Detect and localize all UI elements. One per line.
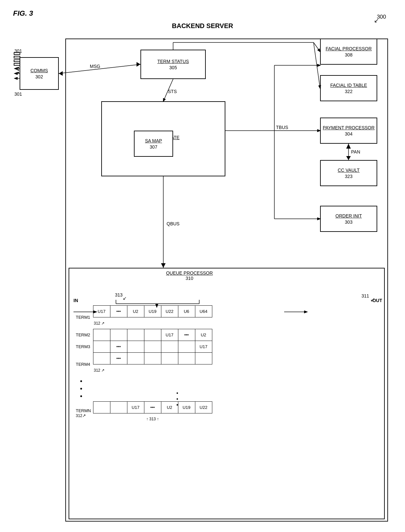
t1c6: U6 <box>178 306 195 317</box>
payment-processor-box: PAYMENT PROCESSOR 304 <box>320 118 377 144</box>
ref-301-bottom: 301 <box>14 91 22 97</box>
ref-301-top: 301 <box>14 48 22 54</box>
t3c1 <box>93 341 110 353</box>
page-title: BACKEND SERVER <box>0 22 405 30</box>
tnc5: U2 <box>161 401 178 413</box>
t1c4: U19 <box>144 306 161 317</box>
t3c6 <box>178 341 195 353</box>
queue-processor-title: QUEUE PROCESSOR 310 <box>140 270 238 281</box>
termn-label: TERMN 312↗ <box>75 401 93 425</box>
t3c2: ••• <box>110 341 127 353</box>
t2c5: U17 <box>161 329 178 341</box>
order-init-box: ORDER INIT 303 <box>320 206 377 232</box>
t2c3 <box>127 329 144 341</box>
t3c3 <box>127 341 144 353</box>
term4-label: TERM4 <box>75 353 93 376</box>
t2c4 <box>144 329 161 341</box>
ref-311: 311 <box>362 293 369 298</box>
t3c7: U17 <box>195 341 212 353</box>
ref-313-top: 313 <box>115 292 122 298</box>
term1-label: TERM1 <box>75 306 93 329</box>
tnc6: U19 <box>178 401 195 413</box>
t2c1 <box>93 329 110 341</box>
t3c4 <box>144 341 161 353</box>
t1c3: U2 <box>127 306 144 317</box>
t4c5 <box>161 353 178 364</box>
t2c7: U2 <box>195 329 212 341</box>
comms-box: COMMS 302 <box>20 57 59 90</box>
t2c6: ••• <box>178 329 195 341</box>
ref-312b: 312 ↗ <box>93 364 212 376</box>
queue-table-container: TERM1 U17 ••• U2 U19 U22 U6 U64 312 ↗ TE… <box>75 305 212 425</box>
t4c7 <box>195 353 212 364</box>
sa-map-box: SA MAP 307 <box>134 131 173 157</box>
term2-label: TERM2 <box>75 329 93 341</box>
term3-label: TERM3 <box>75 341 93 353</box>
queue-vertical-dots-col: ••• <box>176 390 178 408</box>
t3c5 <box>161 341 178 353</box>
fig-label: FIG. 3 <box>13 9 33 18</box>
tnc3: U17 <box>127 401 144 413</box>
t1c7: U64 <box>195 306 212 317</box>
svg-marker-7 <box>59 71 63 76</box>
t4c1 <box>93 353 110 364</box>
in-label: IN <box>73 298 78 303</box>
term-status-box: TERM STATUS 305 <box>140 50 206 79</box>
t4c6 <box>178 353 195 364</box>
facial-processor-box: FACIAL PROCESSOR 308 <box>320 39 377 65</box>
t2c2 <box>110 329 127 341</box>
facial-id-table-box: FACIAL ID TABLE 322 <box>320 75 377 101</box>
tnc2 <box>110 401 127 413</box>
arrow-311: ↙ <box>370 297 375 303</box>
tnc1 <box>93 401 110 413</box>
tnc7: U22 <box>195 401 212 413</box>
t4c2: ••• <box>110 353 127 364</box>
t1c1: U17 <box>93 306 110 317</box>
tnc4: ••• <box>144 401 161 413</box>
cc-vault-box: CC VAULT 323 <box>320 160 377 186</box>
ref-312a: 312 ↗ <box>93 317 212 329</box>
t4c4 <box>144 353 161 364</box>
t1c2: ••• <box>110 306 127 317</box>
ref-313b: ↑ 313 ↑ <box>93 413 212 425</box>
t1c5: U22 <box>161 306 178 317</box>
dots-terminals: ••• <box>15 67 21 74</box>
arrow-313-top: ↙ <box>123 296 127 301</box>
vertical-dots-terms: ••• <box>75 378 212 400</box>
terminals-block <box>14 52 21 67</box>
t4c3 <box>127 353 144 364</box>
